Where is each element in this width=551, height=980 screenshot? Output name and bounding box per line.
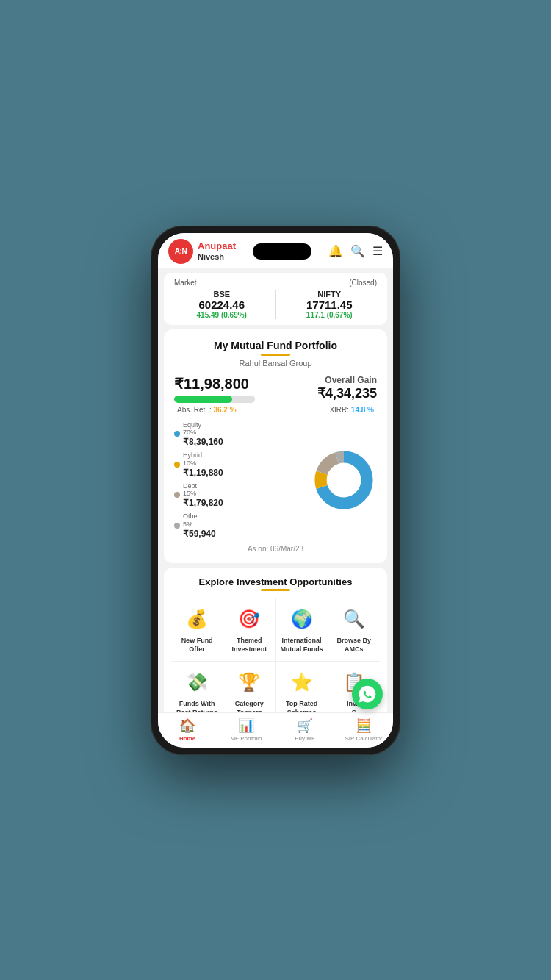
phone-screen: A:N Anupaat Nivesh 🔔 🔍 ☰ Market (Closed (158, 233, 393, 748)
gain-amount: ₹4,34,235 (317, 385, 377, 401)
xirr-label: XIRR: 14.8 % (329, 406, 374, 414)
logo-text: Anupaat Nivesh (198, 241, 236, 260)
market-label: Market (174, 279, 197, 287)
top-rated-schemes-label: Top RatedSchemes (286, 700, 317, 712)
logo-icon: A:N (168, 239, 193, 264)
mf-portfolio-label: MF Portfolio (230, 735, 262, 742)
svg-point-4 (328, 464, 359, 496)
legend-value: ₹59,940 (183, 529, 216, 539)
portfolio-underline (261, 354, 290, 356)
new-fund-offer-icon: 💰 (184, 606, 210, 632)
bse-change: 415.49 (0.69%) (174, 311, 270, 319)
sip-calculator-icon: 🧮 (356, 718, 372, 734)
home-icon: 🏠 (179, 718, 195, 734)
explore-title: Explore Investment Opportunities (171, 576, 380, 587)
grid-item-browse-amcs[interactable]: 🔍 Browse ByAMCs (328, 598, 380, 661)
menu-icon[interactable]: ☰ (372, 244, 383, 258)
home-label: Home (179, 735, 195, 742)
legend-value: ₹1,79,820 (183, 498, 223, 508)
legend-dot (174, 462, 180, 468)
grid-item-category-toppers[interactable]: 🏆 CategoryToppers (223, 662, 276, 712)
legend-item-equity: Equity70% ₹8,39,160 (174, 421, 305, 448)
legend-dot (174, 523, 180, 529)
legend-name: Hybrid10% (183, 451, 223, 468)
international-mf-label: InternationalMutual Funds (280, 637, 323, 654)
market-header: Market (Closed) (174, 279, 377, 287)
nifty-item: NIFTY 17711.45 117.1 (0.67%) (276, 290, 378, 319)
top-bar: A:N Anupaat Nivesh 🔔 🔍 ☰ (158, 233, 393, 268)
portfolio-right: Overall Gain ₹4,34,235 (317, 375, 377, 401)
nav-sip-calculator[interactable]: 🧮 SIP Calculator (334, 713, 393, 748)
grid-item-themed-investment[interactable]: 🎯 ThemedInvestment (223, 598, 276, 661)
new-fund-offer-label: New FundOffer (181, 637, 213, 654)
portfolio-main: ₹11,98,800 Overall Gain ₹4,34,235 (174, 375, 377, 403)
legend-name: Other5% (183, 512, 216, 529)
legend-item-hybrid: Hybrid10% ₹1,19,880 (174, 451, 305, 478)
bse-name: BSE (174, 290, 270, 298)
sip-calculator-label: SIP Calculator (345, 735, 383, 742)
scroll-content: Market (Closed) BSE 60224.46 415.49 (0.6… (158, 268, 393, 712)
nav-home[interactable]: 🏠 Home (158, 713, 217, 748)
progress-bar-fill (174, 396, 232, 403)
legend-item-debt: Debt15% ₹1,79,820 (174, 482, 305, 509)
category-toppers-icon: 🏆 (236, 669, 262, 695)
header-icons: 🔔 🔍 ☰ (328, 244, 383, 258)
explore-row-1: 💰 New FundOffer 🎯 ThemedInvestment 🌍 Int… (171, 598, 380, 662)
legend-name: Debt15% (183, 482, 223, 498)
abs-ret-label: Abs. Ret. : 36.2 % (177, 406, 237, 414)
abs-ret-value: 36.2 % (213, 406, 236, 414)
chart-row: Equity70% ₹8,39,160 Hybrid10% ₹1,19,880 … (174, 421, 377, 539)
browse-amcs-icon: 🔍 (341, 606, 367, 632)
nav-mf-portfolio[interactable]: 📊 MF Portfolio (217, 713, 276, 748)
progress-bar-wrap (174, 396, 255, 403)
portfolio-left: ₹11,98,800 (174, 375, 255, 403)
market-values: BSE 60224.46 415.49 (0.69%) NIFTY 17711.… (174, 290, 377, 319)
explore-underline (261, 589, 290, 591)
portfolio-total: ₹11,98,800 (174, 375, 255, 393)
brand-name: Anupaat (198, 241, 236, 251)
grid-item-new-fund-offer[interactable]: 💰 New FundOffer (171, 598, 223, 661)
legend-value: ₹1,19,880 (183, 468, 223, 478)
grid-item-funds-best-returns[interactable]: 💸 Funds WithBest Returns (171, 662, 223, 712)
notification-icon[interactable]: 🔔 (328, 244, 343, 258)
browse-amcs-label: Browse ByAMCs (337, 637, 372, 654)
whatsapp-button[interactable] (352, 679, 383, 709)
top-rated-schemes-icon: ⭐ (289, 669, 315, 695)
market-status: (Closed) (349, 279, 377, 287)
funds-best-returns-label: Funds WithBest Returns (176, 700, 217, 712)
logo-area[interactable]: A:N Anupaat Nivesh (168, 239, 236, 264)
bottom-nav: 🏠 Home 📊 MF Portfolio 🛒 Buy MF 🧮 SIP Cal… (158, 712, 393, 748)
nifty-change: 117.1 (0.67%) (282, 311, 378, 319)
bse-item: BSE 60224.46 415.49 (0.69%) (174, 290, 276, 319)
nav-buy-mf[interactable]: 🛒 Buy MF (276, 713, 334, 748)
funds-best-returns-icon: 💸 (184, 669, 210, 695)
gain-label: Overall Gain (317, 375, 377, 385)
legend-item-other: Other5% ₹59,940 (174, 512, 305, 539)
bse-value: 60224.46 (174, 298, 270, 311)
grid-item-international-mf[interactable]: 🌍 InternationalMutual Funds (276, 598, 328, 661)
brand-sub: Nivesh (198, 252, 236, 261)
portfolio-group: Rahul Bansal Group (174, 359, 377, 368)
grid-item-top-rated-schemes[interactable]: ⭐ Top RatedSchemes (276, 662, 328, 712)
nifty-value: 17711.45 (282, 298, 378, 311)
category-toppers-label: CategoryToppers (235, 700, 264, 712)
legend-dot (174, 492, 180, 498)
dynamic-island (253, 243, 311, 260)
market-bar: Market (Closed) BSE 60224.46 415.49 (0.6… (164, 273, 387, 325)
search-icon[interactable]: 🔍 (350, 244, 365, 258)
legend: Equity70% ₹8,39,160 Hybrid10% ₹1,19,880 … (174, 421, 305, 539)
phone-frame: A:N Anupaat Nivesh 🔔 🔍 ☰ Market (Closed (151, 226, 400, 755)
as-on: As on: 06/Mar/23 (174, 545, 377, 553)
xirr-value: 14.8 % (351, 406, 374, 414)
mf-portfolio-icon: 📊 (238, 718, 254, 734)
themed-investment-icon: 🎯 (236, 606, 262, 632)
legend-value: ₹8,39,160 (183, 437, 223, 447)
legend-dot (174, 431, 180, 437)
donut-chart (311, 447, 377, 513)
nifty-name: NIFTY (282, 290, 378, 298)
explore-row-2: 💸 Funds WithBest Returns 🏆 CategoryToppe… (171, 662, 380, 712)
themed-investment-label: ThemedInvestment (232, 637, 267, 654)
portfolio-title: My Mutual Fund Portfolio (174, 340, 377, 351)
portfolio-card: My Mutual Fund Portfolio Rahul Bansal Gr… (164, 329, 387, 563)
buy-mf-label: Buy MF (295, 735, 315, 742)
